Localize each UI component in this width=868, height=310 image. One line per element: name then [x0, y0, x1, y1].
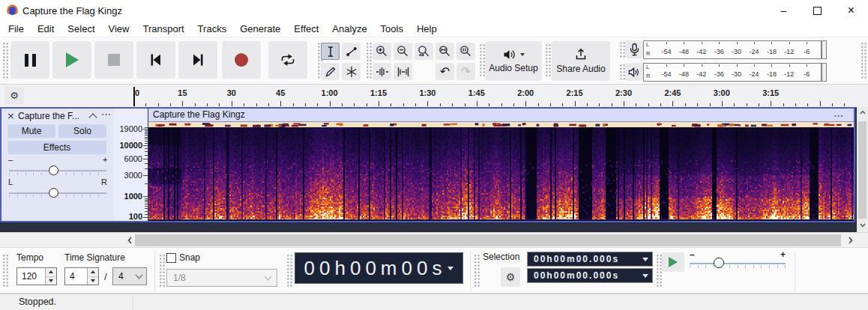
- record-button[interactable]: [222, 41, 261, 79]
- time-format-caret-icon[interactable]: [447, 267, 453, 270]
- speed-slider[interactable]: [714, 258, 724, 268]
- redo-button[interactable]: ↷: [456, 63, 475, 80]
- menu-tools[interactable]: Tools: [374, 21, 410, 37]
- share-audio-button[interactable]: Share Audio: [552, 41, 610, 81]
- spectrogram[interactable]: [148, 122, 854, 221]
- playback-meter[interactable]: LR-54-48-42-36-30-24-18-12-60: [643, 63, 822, 82]
- audio-position-value: 00h00m00s: [304, 257, 447, 280]
- track-close-icon[interactable]: ×: [7, 110, 15, 121]
- mute-button[interactable]: Mute: [7, 124, 55, 138]
- recording-meter[interactable]: LR-54-48-42-36-30-24-18-12-60: [643, 40, 822, 59]
- selection-tool-button[interactable]: [321, 43, 340, 60]
- playback-meter-speaker-button[interactable]: [625, 63, 643, 81]
- skip-to-end-button[interactable]: [178, 41, 217, 79]
- tempo-input[interactable]: 120: [16, 267, 57, 285]
- trim-outside-selection-button[interactable]: [373, 63, 391, 80]
- selection-format-caret-icon[interactable]: [642, 258, 648, 261]
- timeline-ruler[interactable]: ⚙ 01530451:001:151:301:452:002:152:302:4…: [0, 85, 868, 107]
- track-title-bar[interactable]: Capture the Flag Kingz ⋯: [148, 109, 854, 122]
- envelope-icon: [346, 46, 358, 58]
- record-meter-mic-button[interactable]: [625, 40, 643, 58]
- draw-tool-button[interactable]: [321, 63, 340, 80]
- scroll-left-button[interactable]: [124, 233, 135, 248]
- audio-setup-button[interactable]: Audio Setup: [485, 41, 542, 81]
- frequency-ruler[interactable]: 1900010000600030001000100: [114, 109, 148, 221]
- timeline-tick: [342, 103, 343, 106]
- minimize-button[interactable]: –: [767, 0, 801, 21]
- gain-slider[interactable]: [49, 165, 58, 175]
- close-button[interactable]: ×: [834, 0, 868, 21]
- selection-start-field[interactable]: 00h00m00.000s: [527, 252, 653, 267]
- selection-toolbar-grip[interactable]: [474, 254, 480, 288]
- zoom-out-button[interactable]: [394, 43, 412, 60]
- menu-transport[interactable]: Transport: [136, 21, 190, 37]
- frequency-label: 6000: [124, 154, 142, 163]
- frequency-tick: [145, 214, 148, 215]
- zoom-selection-button[interactable]: [415, 43, 433, 60]
- menu-analyze[interactable]: Analyze: [325, 21, 373, 37]
- share-audio-toolbar-grip[interactable]: [545, 43, 552, 78]
- channel-label-left: L: [646, 42, 649, 48]
- menu-tracks[interactable]: Tracks: [191, 21, 234, 37]
- menu-edit[interactable]: Edit: [31, 21, 61, 37]
- maximize-button[interactable]: [801, 0, 834, 21]
- meter-dock-grip[interactable]: [861, 42, 867, 79]
- audio-position-display[interactable]: 00h00m00s: [295, 252, 463, 284]
- meter-tick: [702, 64, 702, 67]
- menu-effect[interactable]: Effect: [287, 21, 325, 37]
- menu-select[interactable]: Select: [61, 21, 101, 37]
- vertical-scrollbar-thumb[interactable]: [858, 121, 867, 219]
- horizontal-scrollbar-thumb[interactable]: [135, 234, 841, 246]
- edit-toolbar-grip[interactable]: [366, 42, 373, 79]
- tempo-spinner[interactable]: [45, 268, 56, 285]
- zoom-toggle-button[interactable]: [435, 43, 454, 60]
- snap-checkbox[interactable]: [166, 253, 176, 263]
- skip-to-start-button[interactable]: [136, 41, 175, 79]
- snap-mode-select[interactable]: 1/8: [166, 269, 277, 287]
- track-collapse-icon[interactable]: [88, 113, 97, 121]
- silence-selection-button[interactable]: [394, 63, 412, 80]
- track-title-menu-icon[interactable]: ⋯: [834, 109, 843, 122]
- undo-button[interactable]: ↶: [435, 63, 454, 80]
- envelope-tool-button[interactable]: [342, 43, 361, 60]
- zoom-in-button[interactable]: [373, 43, 391, 60]
- play-at-speed-button[interactable]: [662, 252, 684, 272]
- pan-slider[interactable]: [49, 188, 58, 198]
- time-display-grip[interactable]: [286, 254, 293, 288]
- time-signature-spinner[interactable]: [87, 268, 98, 285]
- selection-end-field[interactable]: 00h00m00.000s: [527, 268, 653, 283]
- audio-track: × Capture the F... ⋯ Mute Solo Effects –…: [0, 107, 855, 222]
- solo-button[interactable]: Solo: [58, 124, 106, 138]
- timeline-tick: [844, 103, 845, 106]
- selection-format-caret-icon[interactable]: [642, 274, 648, 278]
- vertical-scrollbar[interactable]: [857, 107, 868, 232]
- timeline-tick: [330, 101, 331, 106]
- timeline-label: 2:15: [567, 88, 583, 97]
- scroll-down-icon[interactable]: [860, 223, 866, 228]
- play-button[interactable]: [52, 41, 91, 79]
- menu-help[interactable]: Help: [410, 21, 444, 37]
- timeline-tick: [771, 101, 771, 106]
- scroll-right-button[interactable]: [845, 233, 856, 248]
- time-signature-lower-select[interactable]: 4: [112, 267, 147, 285]
- snap-toolbar-grip[interactable]: [159, 254, 166, 288]
- horizontal-scrollbar[interactable]: [0, 232, 868, 247]
- timeline-label: 30: [227, 88, 236, 97]
- scroll-up-icon[interactable]: [860, 110, 866, 115]
- fit-project-button[interactable]: [456, 43, 475, 60]
- time-signature-upper-input[interactable]: 4: [64, 267, 99, 285]
- effects-button[interactable]: Effects: [7, 141, 106, 154]
- frequency-tick-major: [143, 196, 148, 197]
- menu-file[interactable]: File: [1, 21, 31, 37]
- time-toolbar-grip[interactable]: [2, 254, 9, 288]
- loop-button[interactable]: [268, 41, 307, 79]
- stop-button[interactable]: [94, 41, 133, 79]
- menu-generate[interactable]: Generate: [233, 21, 287, 37]
- track-name[interactable]: Capture the F...: [18, 111, 87, 121]
- selection-options-button[interactable]: ⚙: [501, 267, 520, 287]
- track-menu-icon[interactable]: ⋯: [101, 109, 111, 120]
- transport-toolbar-grip[interactable]: [2, 42, 9, 79]
- multi-tool-button[interactable]: [342, 63, 361, 80]
- pause-button[interactable]: [10, 41, 49, 79]
- menu-view[interactable]: View: [102, 21, 136, 37]
